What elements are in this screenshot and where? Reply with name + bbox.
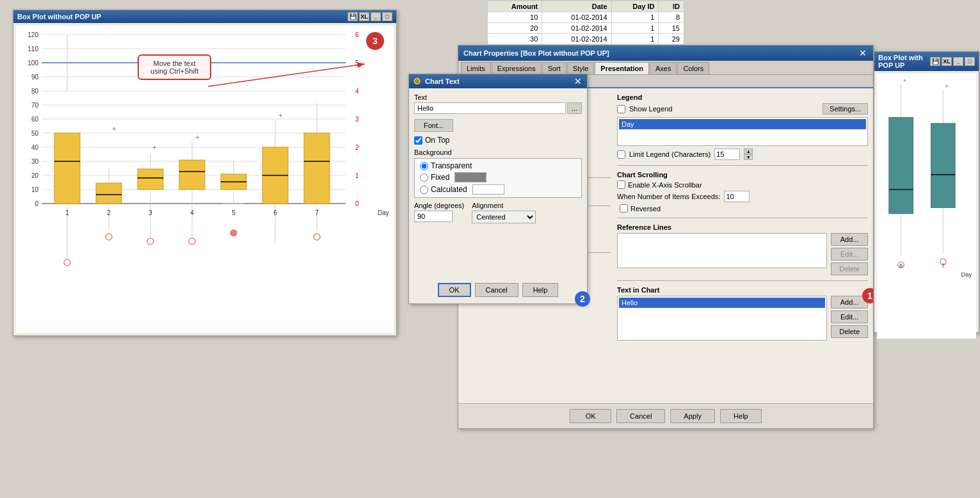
svg-text:0: 0 <box>35 200 38 207</box>
text-delete-btn[interactable]: Delete <box>831 325 868 338</box>
angle-input[interactable] <box>414 211 453 222</box>
svg-text:1: 1 <box>355 172 359 179</box>
fixed-color-swatch[interactable] <box>454 172 486 182</box>
ref-delete-btn[interactable]: Delete <box>831 262 868 275</box>
badge-1: 1 <box>862 288 873 303</box>
legend-section: Legend Show Legend Settings... Day L <box>617 93 868 160</box>
right-column: Legend Show Legend Settings... Day L <box>617 93 868 398</box>
ref-lines-list[interactable] <box>617 233 827 268</box>
svg-text:1: 1 <box>65 209 69 216</box>
cancel-btn[interactable]: Cancel <box>616 409 665 423</box>
alignment-select[interactable]: Centered Left Right <box>472 211 536 223</box>
limit-down[interactable]: ▼ <box>744 154 753 160</box>
chart-props-titlebar: Chart Properties [Box Plot without POP U… <box>458 45 873 61</box>
transparent-radio[interactable] <box>420 162 428 170</box>
svg-rect-46 <box>138 169 163 189</box>
chart-scrolling-section: Chart Scrolling Enable X-Axis Scrollbar … <box>617 171 868 213</box>
annotation-text: Move the text using Ctrl+Shift <box>150 60 198 75</box>
legend-list[interactable]: Day <box>617 117 868 146</box>
limit-legend-input[interactable] <box>714 149 740 160</box>
reversed-row: Reversed <box>620 204 868 213</box>
angle-align-row: Angle (degrees) Alignment Centered Left … <box>414 202 582 223</box>
font-btn[interactable]: Font... <box>414 119 453 132</box>
limit-legend-spinners[interactable]: ▲ ▼ <box>744 149 753 160</box>
minimize-btn-2[interactable]: _ <box>953 57 963 66</box>
svg-text:2: 2 <box>107 209 111 216</box>
text-edit-btn[interactable]: Edit... <box>831 310 868 323</box>
alignment-label: Alignment <box>472 202 536 209</box>
chart-window-2: Box Plot with POP UP 💾 XL _ □ + + 6 <box>874 51 979 333</box>
titlebar-buttons-2[interactable]: 💾 XL _ □ <box>930 57 975 66</box>
xl-btn-2[interactable]: XL <box>942 57 952 66</box>
divider-r2 <box>617 218 868 218</box>
fixed-radio[interactable] <box>420 173 428 182</box>
on-top-label: On Top <box>425 136 449 145</box>
ct-ok-btn[interactable]: OK <box>438 283 471 297</box>
svg-rect-40 <box>96 183 122 204</box>
tab-axes[interactable]: Axes <box>650 62 677 74</box>
close-btn[interactable]: ✕ <box>858 48 868 58</box>
minimize-btn[interactable]: _ <box>371 12 381 21</box>
titlebar-buttons-1[interactable]: 💾 XL _ □ <box>348 12 392 21</box>
chart-svg-2: + + 6 7 Day <box>877 74 976 339</box>
text-in-chart-label: Text in Chart <box>617 286 868 294</box>
dialog-bottom-btns: OK Cancel Apply Help <box>458 403 873 428</box>
enable-scrollbar-checkbox[interactable] <box>617 181 625 189</box>
xl-btn[interactable]: XL <box>359 12 369 21</box>
tab-sort[interactable]: Sort <box>542 62 566 74</box>
ref-edit-btn[interactable]: Edit... <box>831 248 868 261</box>
svg-rect-91 <box>931 124 956 208</box>
maximize-btn-2[interactable]: □ <box>965 57 975 66</box>
text-input[interactable] <box>414 102 566 114</box>
tab-colors[interactable]: Colors <box>677 62 709 74</box>
svg-text:80: 80 <box>31 88 39 95</box>
svg-rect-69 <box>304 133 330 204</box>
ct-help-btn[interactable]: Help <box>522 283 559 297</box>
show-legend-checkbox[interactable] <box>617 105 625 113</box>
calculated-color-swatch[interactable] <box>472 184 504 195</box>
save-btn[interactable]: 💾 <box>348 12 358 21</box>
ref-add-btn[interactable]: Add... <box>831 233 868 246</box>
chart-text-title: Chart Text <box>425 77 460 85</box>
limit-legend-checkbox[interactable] <box>617 150 625 159</box>
ct-title-group: ⚙ Chart Text <box>413 76 460 86</box>
text-label-row: Text ... <box>414 93 582 114</box>
browse-btn[interactable]: ... <box>567 102 582 114</box>
svg-point-49 <box>147 238 154 245</box>
tab-presentation[interactable]: Presentation <box>595 62 649 74</box>
tab-style[interactable]: Style <box>567 62 594 74</box>
tab-limits[interactable]: Limits <box>461 62 491 74</box>
help-btn[interactable]: Help <box>720 409 762 423</box>
ok-btn[interactable]: OK <box>570 409 611 423</box>
svg-text:Day: Day <box>378 209 389 216</box>
reversed-checkbox[interactable] <box>620 204 628 213</box>
on-top-checkbox[interactable] <box>414 136 422 145</box>
svg-text:+: + <box>945 83 949 90</box>
tab-expressions[interactable]: Expressions <box>492 62 542 74</box>
svg-text:2: 2 <box>355 144 359 151</box>
calculated-radio[interactable] <box>420 186 428 194</box>
transparent-row: Transparent <box>420 161 576 170</box>
save-btn-2[interactable]: 💾 <box>930 57 940 66</box>
ct-cancel-btn[interactable]: Cancel <box>475 283 518 297</box>
calculated-row: Calculated <box>420 184 576 195</box>
svg-text:+: + <box>112 125 116 133</box>
limit-up[interactable]: ▲ <box>744 149 753 154</box>
limit-legend-label: Limit Legend (Characters) <box>629 150 711 158</box>
font-btn-row: Font... <box>414 119 582 132</box>
svg-text:20: 20 <box>31 172 39 179</box>
text-in-chart-section: Text in Chart Hello Add... Edit... Delet… <box>617 286 868 341</box>
svg-text:5: 5 <box>232 209 236 216</box>
svg-point-72 <box>314 234 320 240</box>
ct-bottom-btns: OK Cancel Help <box>414 283 582 297</box>
svg-text:50: 50 <box>31 130 39 137</box>
maximize-btn[interactable]: □ <box>382 12 392 21</box>
show-legend-row: Show Legend Settings... <box>617 103 868 115</box>
text-in-chart-list[interactable]: Hello <box>617 296 827 341</box>
when-exceeds-input[interactable] <box>724 191 750 202</box>
settings-btn[interactable]: Settings... <box>823 103 868 115</box>
show-legend-label: Show Legend <box>629 105 672 113</box>
ct-close-btn[interactable]: ✕ <box>573 76 583 86</box>
apply-btn[interactable]: Apply <box>670 409 715 423</box>
background-options: Transparent Fixed Calculated <box>414 158 582 198</box>
